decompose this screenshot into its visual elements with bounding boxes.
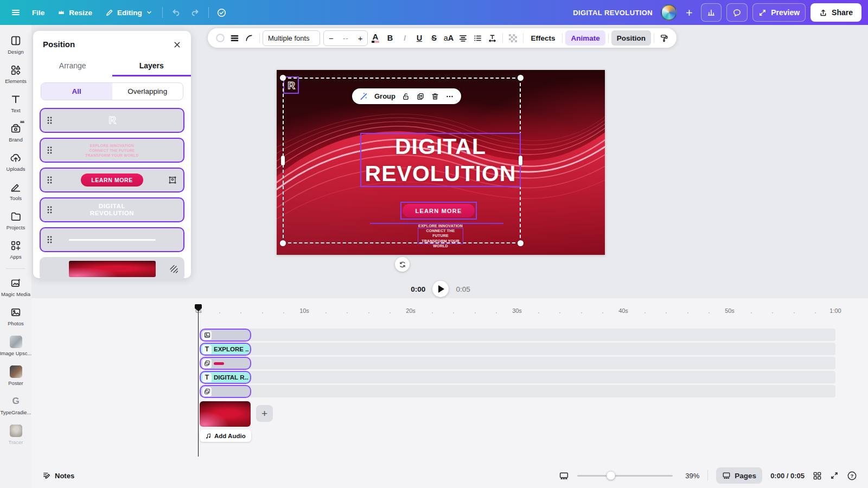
- corner-rounding-button[interactable]: [242, 30, 257, 46]
- magic-wand-icon[interactable]: [359, 92, 368, 101]
- design-canvas[interactable]: R Group: [277, 70, 605, 255]
- track-clip-title[interactable]: T DIGITAL R...: [200, 371, 251, 384]
- fullscreen-icon[interactable]: [830, 471, 839, 480]
- bold-button[interactable]: B: [382, 30, 397, 46]
- avatar[interactable]: [661, 4, 677, 21]
- notes-button[interactable]: Notes: [42, 471, 74, 480]
- canvas-title-element[interactable]: DIGITAL REVOLUTION: [360, 133, 521, 187]
- sidebar-item-projects[interactable]: Projects: [0, 206, 31, 235]
- editing-mode-dropdown[interactable]: Editing: [99, 4, 158, 21]
- animate-button[interactable]: Animate: [565, 30, 605, 46]
- canvas-tagline-element[interactable]: EXPLORE INNOVATION CONNECT THE FUTURE TR…: [418, 228, 463, 244]
- sidebar-item-typegradient[interactable]: G TypeGradie...: [0, 391, 31, 420]
- tab-layers[interactable]: Layers: [112, 57, 192, 76]
- list-button[interactable]: [470, 30, 485, 46]
- font-size-value[interactable]: --: [339, 34, 353, 42]
- filter-all[interactable]: All: [41, 83, 112, 100]
- grid-view-icon[interactable]: [813, 471, 822, 480]
- insights-button[interactable]: [701, 3, 722, 22]
- delete-icon[interactable]: [431, 92, 439, 101]
- play-button[interactable]: [432, 281, 449, 297]
- sidebar-item-uploads[interactable]: Uploads: [0, 147, 31, 177]
- timeline-view-icon[interactable]: [559, 471, 569, 481]
- sidebar-item-tools[interactable]: Tools: [0, 177, 31, 206]
- layer-item-background[interactable]: [40, 257, 184, 281]
- selection-handle-e[interactable]: [519, 156, 522, 165]
- learn-more-button[interactable]: LEARN MORE: [403, 204, 475, 217]
- zoom-slider[interactable]: [577, 475, 673, 477]
- selection-handle-w[interactable]: [281, 156, 285, 165]
- layer-item-button[interactable]: LEARN MORE: [40, 168, 184, 192]
- document-title[interactable]: DIGITAL REVOLUTION: [573, 9, 653, 17]
- resize-button[interactable]: Resize: [52, 4, 98, 21]
- sidebar-item-tracer[interactable]: Tracer: [0, 420, 31, 450]
- help-icon[interactable]: ?: [847, 471, 857, 481]
- selection-handle-sw[interactable]: [280, 240, 286, 246]
- sidebar-item-design[interactable]: Design: [0, 30, 31, 60]
- unlock-icon[interactable]: [401, 92, 410, 101]
- undo-button[interactable]: [167, 4, 185, 21]
- effects-button[interactable]: Effects: [526, 34, 559, 42]
- add-page-button[interactable]: +: [256, 405, 273, 422]
- sidebar-item-image-upscaler[interactable]: Image Upsc...: [0, 331, 31, 361]
- add-member-button[interactable]: [682, 4, 696, 21]
- sidebar-item-photos[interactable]: Photos: [0, 302, 31, 331]
- alignment-button[interactable]: [456, 30, 470, 46]
- file-menu-button[interactable]: File: [26, 4, 50, 21]
- track-clip-logo[interactable]: [200, 329, 251, 342]
- selection-handle-ne[interactable]: [518, 75, 524, 81]
- transparency-button[interactable]: [506, 30, 520, 46]
- selection-handle-se[interactable]: [518, 240, 524, 246]
- canvas-button-element[interactable]: LEARN MORE: [400, 202, 477, 220]
- comments-button[interactable]: [726, 3, 748, 22]
- sidebar-item-brand[interactable]: Brand: [0, 118, 31, 147]
- drag-handle-icon[interactable]: [47, 176, 53, 184]
- drag-handle-icon[interactable]: [47, 235, 53, 244]
- text-case-button[interactable]: aA: [441, 30, 456, 46]
- strikethrough-button[interactable]: S: [426, 30, 441, 46]
- tab-arrange[interactable]: Arrange: [33, 57, 112, 76]
- duplicate-icon[interactable]: [416, 92, 425, 101]
- selection-handle-nw[interactable]: [280, 75, 286, 81]
- layer-item-logo[interactable]: R: [40, 108, 184, 133]
- layer-item-tagline[interactable]: EXPLORE INNOVATION CONNECT THE FUTURE TR…: [40, 138, 184, 163]
- filter-overlapping[interactable]: Overlapping: [112, 83, 183, 100]
- position-button[interactable]: Position: [611, 30, 651, 46]
- sidebar-item-apps[interactable]: Apps: [0, 235, 31, 265]
- drag-handle-icon[interactable]: [47, 146, 53, 155]
- add-audio-button[interactable]: Add Audio: [200, 429, 251, 442]
- sidebar-item-poster[interactable]: Poster: [0, 361, 31, 391]
- italic-button[interactable]: I: [397, 30, 412, 46]
- copy-style-button[interactable]: [657, 30, 672, 46]
- fill-color-button[interactable]: [213, 30, 227, 46]
- drag-handle-icon[interactable]: [47, 116, 53, 125]
- preview-button[interactable]: Preview: [752, 3, 806, 22]
- font-family-select[interactable]: Multiple fonts: [263, 30, 320, 46]
- sidebar-item-magic-media[interactable]: Magic Media: [0, 273, 31, 302]
- track-clip-tagline[interactable]: T EXPLORE ...: [200, 343, 251, 356]
- sidebar-item-text[interactable]: Text: [0, 89, 31, 118]
- text-spacing-button[interactable]: [485, 30, 500, 46]
- page-thumbnail[interactable]: [200, 401, 251, 427]
- main-menu-button[interactable]: [7, 4, 25, 21]
- more-options-icon[interactable]: [445, 92, 454, 101]
- minus-icon[interactable]: −: [324, 34, 339, 43]
- layer-item-title[interactable]: DIGITAL REVOLUTION: [40, 197, 184, 222]
- plus-icon[interactable]: +: [353, 34, 368, 43]
- zoom-slider-thumb[interactable]: [606, 471, 615, 480]
- share-button[interactable]: Share: [810, 3, 861, 22]
- font-size-stepper[interactable]: − -- +: [323, 30, 368, 46]
- border-weight-button[interactable]: [227, 30, 242, 46]
- layer-item-line[interactable]: [40, 227, 184, 252]
- group-button[interactable]: Group: [374, 92, 395, 100]
- save-status-button[interactable]: [213, 4, 231, 21]
- drag-handle-icon[interactable]: [47, 206, 53, 214]
- redo-button[interactable]: [186, 4, 205, 21]
- panel-close-button[interactable]: [170, 38, 183, 51]
- track-clip-button[interactable]: [200, 357, 251, 370]
- track-clip-line[interactable]: [200, 385, 251, 398]
- sidebar-item-elements[interactable]: Elements: [0, 60, 31, 89]
- text-color-button[interactable]: A: [368, 30, 382, 46]
- underline-button[interactable]: U: [412, 30, 426, 46]
- rotate-handle[interactable]: [395, 257, 410, 272]
